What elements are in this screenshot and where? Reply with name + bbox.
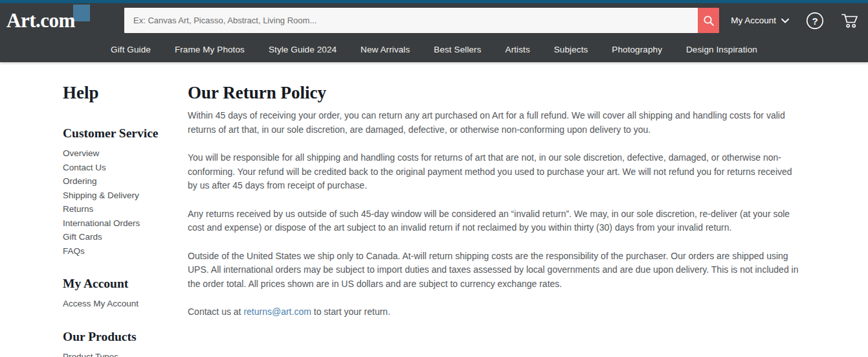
nav-link-gift-guide[interactable]: Gift Guide: [111, 45, 151, 54]
sidebar-section-heading: Customer Service: [63, 126, 188, 141]
art-com-logo[interactable]: Art.com: [6, 9, 124, 32]
return-policy-article: Our Return Policy Within 45 days of rece…: [188, 83, 801, 357]
sidebar-section-customer-service: Customer ServiceOverviewContact UsOrderi…: [63, 126, 188, 258]
sidebar-title: Help: [63, 83, 188, 103]
sidebar-sections: Customer ServiceOverviewContact UsOrderi…: [63, 126, 188, 357]
sidebar-item-contact-us[interactable]: Contact Us: [63, 161, 188, 175]
sidebar-item-international-orders[interactable]: International Orders: [63, 216, 188, 231]
sidebar-section-heading: Our Products: [63, 330, 188, 344]
help-sidebar: Help Customer ServiceOverviewContact UsO…: [63, 83, 188, 357]
contact-prefix: Contact us at: [188, 306, 243, 317]
nav-link-best-sellers[interactable]: Best Sellers: [434, 45, 481, 54]
sidebar-item-returns[interactable]: Returns: [63, 202, 188, 216]
contact-suffix: to start your return.: [311, 306, 390, 317]
main-nav: Gift GuideFrame My PhotosStyle Guide 202…: [0, 38, 868, 62]
nav-link-frame-my-photos[interactable]: Frame My Photos: [175, 45, 245, 54]
chevron-down-icon: [781, 18, 789, 23]
policy-paragraph-1: Within 45 days of receiving your order, …: [188, 109, 801, 137]
sidebar-item-gift-cards[interactable]: Gift Cards: [63, 230, 188, 244]
svg-text:?: ?: [812, 15, 818, 26]
sidebar-item-access-my-account[interactable]: Access My Account: [63, 297, 188, 311]
search-input[interactable]: [124, 8, 698, 33]
policy-paragraphs: Within 45 days of receiving your order, …: [188, 109, 801, 291]
help-button[interactable]: ?: [806, 12, 824, 30]
sidebar-item-faqs[interactable]: FAQs: [63, 244, 188, 259]
nav-link-design-inspiration[interactable]: Design Inspiration: [686, 45, 757, 54]
policy-paragraph-2: You will be responsible for all shipping…: [188, 151, 801, 193]
cart-button[interactable]: [841, 12, 859, 29]
sidebar-item-overview[interactable]: Overview: [63, 146, 188, 161]
sidebar-item-ordering[interactable]: Ordering: [63, 174, 188, 189]
my-account-menu[interactable]: My Account: [731, 16, 789, 25]
search-icon: [703, 15, 715, 27]
search-button[interactable]: [698, 8, 719, 33]
sidebar-section-my-account: My AccountAccess My Account: [63, 277, 188, 311]
question-mark-icon: ?: [806, 12, 824, 30]
page-title: Our Return Policy: [188, 83, 801, 103]
sidebar-item-shipping-delivery[interactable]: Shipping & Delivery: [63, 189, 188, 203]
returns-email-link[interactable]: returns@art.com: [243, 306, 311, 317]
policy-paragraph-3: Any returns received by us outside of su…: [188, 207, 801, 235]
sidebar-section-our-products: Our ProductsProduct TypesFraming & Other…: [63, 330, 188, 357]
header-top-row: Art.com My Account: [0, 3, 868, 38]
header-right-controls: My Account ?: [719, 12, 859, 30]
contact-line: Contact us at returns@art.com to start y…: [188, 305, 801, 319]
logo-text: Art.com: [6, 9, 124, 32]
shopping-cart-icon: [841, 12, 859, 29]
nav-link-photography[interactable]: Photography: [612, 45, 662, 54]
nav-link-new-arrivals[interactable]: New Arrivals: [361, 45, 410, 54]
sidebar-item-product-types[interactable]: Product Types: [63, 350, 188, 357]
policy-paragraph-4: Outside of the United States we ship onl…: [188, 249, 801, 292]
nav-link-artists[interactable]: Artists: [506, 45, 530, 54]
sidebar-section-heading: My Account: [63, 277, 188, 291]
my-account-label: My Account: [731, 16, 776, 25]
page-content: Help Customer ServiceOverviewContact UsO…: [0, 62, 868, 357]
search-form: [124, 8, 719, 33]
nav-link-style-guide-2024[interactable]: Style Guide 2024: [269, 45, 337, 54]
site-header: Art.com My Account: [0, 3, 868, 62]
nav-link-subjects[interactable]: Subjects: [554, 45, 588, 54]
